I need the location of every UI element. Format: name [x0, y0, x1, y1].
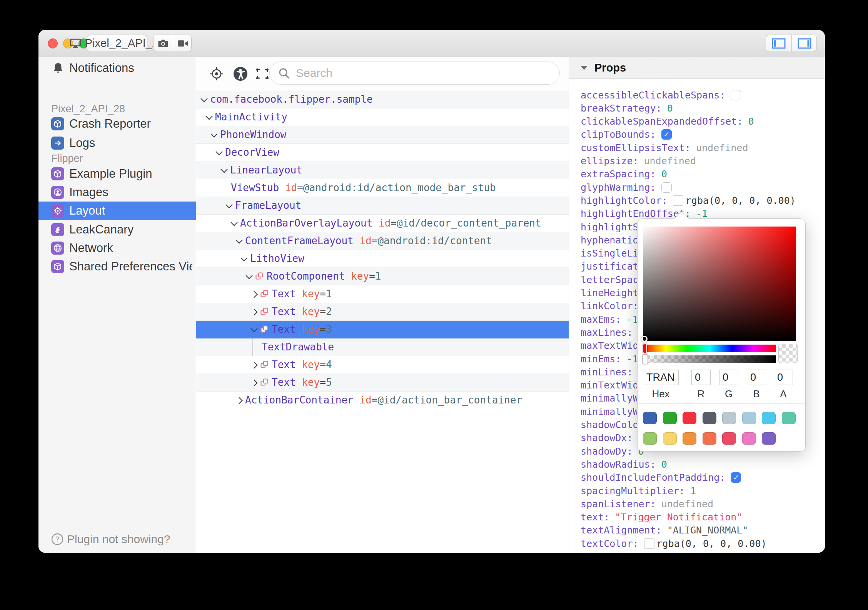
props-section-header[interactable]: Props: [569, 57, 825, 79]
tree-row-decorview[interactable]: DecorView: [196, 144, 569, 162]
tree-row-linearlayout[interactable]: LinearLayout: [196, 162, 569, 179]
plugin-help-link[interactable]: ? Plugin not showing?: [38, 530, 196, 548]
preset-color-swatch[interactable]: [742, 432, 756, 445]
tree-row-text[interactable]: Text key=1: [196, 285, 569, 303]
chevron-collapsed-icon[interactable]: [250, 379, 257, 386]
device-selector-button[interactable]: Pixel_2_API_28: [87, 35, 147, 52]
tree-row-text[interactable]: Text key=5: [196, 374, 569, 392]
sidebar-item-example-plugin[interactable]: Example Plugin: [38, 165, 196, 183]
chevron-collapsed-icon[interactable]: [235, 397, 242, 404]
color-swatch-button[interactable]: [644, 538, 654, 549]
prop-value-string[interactable]: "Trigger Notification": [615, 512, 742, 523]
tree-row-lithoview[interactable]: LithoView: [196, 250, 569, 268]
preset-color-swatch[interactable]: [722, 432, 736, 445]
checkbox-unchecked[interactable]: [661, 182, 672, 193]
alpha-input[interactable]: [774, 370, 793, 385]
hue-slider[interactable]: [643, 345, 776, 352]
preset-color-swatch[interactable]: [762, 432, 776, 445]
sidebar-item-crash-reporter[interactable]: Crash Reporter: [38, 115, 196, 133]
tree-row-com-facebook-flipper-sample[interactable]: com.facebook.flipper.sample: [196, 91, 569, 108]
chevron-collapsed-icon[interactable]: [250, 362, 257, 368]
prop-value-string[interactable]: "ALIGN_NORMAL": [667, 525, 748, 536]
hue-slider-handle[interactable]: [643, 343, 647, 353]
prop-value-number[interactable]: 0: [667, 103, 673, 114]
chevron-collapsed-icon[interactable]: [250, 308, 257, 315]
tree-row-text[interactable]: Text key=4: [196, 356, 569, 374]
preset-color-swatch[interactable]: [643, 432, 657, 445]
tree-row-textdrawable[interactable]: TextDrawable: [196, 338, 569, 356]
prop-value-number[interactable]: 1: [690, 485, 696, 497]
target-mode-button[interactable]: [209, 67, 224, 81]
sidebar-item-layout[interactable]: Layout: [38, 202, 196, 220]
chevron-expanded-icon[interactable]: [230, 219, 237, 226]
preset-color-swatch[interactable]: [683, 412, 696, 424]
tree-row-contentframelayout[interactable]: ContentFrameLayout id=@android:id/conten…: [196, 232, 569, 250]
expand-frame-button[interactable]: [255, 67, 270, 81]
chevron-expanded-icon[interactable]: [200, 95, 207, 102]
preset-color-swatch[interactable]: [762, 412, 776, 424]
prop-value-number[interactable]: 0: [748, 116, 754, 127]
tree-row-mainactivity[interactable]: MainActivity: [196, 108, 569, 126]
prop-value-number[interactable]: -1: [626, 353, 638, 365]
prop-value-number[interactable]: -1: [626, 314, 638, 325]
preset-color-swatch[interactable]: [683, 432, 696, 445]
sidebar-item-network[interactable]: Network: [38, 239, 196, 257]
sidebar-item-notifications[interactable]: Notifications: [38, 59, 196, 77]
close-button[interactable]: [48, 38, 58, 48]
color-cursor[interactable]: [641, 336, 648, 342]
sidebar-item-images[interactable]: Images: [38, 183, 196, 202]
tree-row-text[interactable]: Text key=2: [196, 303, 569, 321]
hex-input[interactable]: [643, 370, 679, 385]
blue-input[interactable]: [747, 370, 766, 385]
preset-color-swatch[interactable]: [722, 412, 736, 424]
alpha-slider[interactable]: [643, 355, 776, 363]
sidebar-item-shared-preferences-viewer[interactable]: Shared Preferences Viewer: [38, 257, 196, 276]
prop-value-rgba[interactable]: rgba(0, 0, 0, 0.00): [657, 538, 767, 549]
chevron-expanded-icon[interactable]: [205, 113, 212, 120]
preset-color-swatch[interactable]: [643, 412, 657, 424]
tree-row-phonewindow[interactable]: PhoneWindow: [196, 126, 569, 144]
tree-row-viewstub[interactable]: ViewStub id=@android:id/action_mode_bar_…: [196, 179, 569, 197]
accessibility-mode-button[interactable]: [233, 67, 248, 81]
chevron-expanded-icon[interactable]: [250, 325, 257, 332]
tree-row-rootcomponent[interactable]: RootComponent key=1: [196, 268, 569, 285]
preset-color-swatch[interactable]: [742, 412, 756, 424]
prop-value-number[interactable]: 0: [661, 459, 667, 470]
checkbox-checked[interactable]: ✓: [661, 129, 672, 140]
chevron-expanded-icon[interactable]: [225, 201, 232, 208]
prop-value-rgba[interactable]: rgba(0, 0, 0, 0.00): [686, 195, 796, 206]
tree-row-actionbaroverlaylayout[interactable]: ActionBarOverlayLayout id=@id/decor_cont…: [196, 215, 569, 232]
tree-row-framelayout[interactable]: FrameLayout: [196, 197, 569, 215]
saturation-value-area[interactable]: [643, 227, 796, 341]
toggle-right-panel-button[interactable]: [791, 35, 817, 52]
preset-color-swatch[interactable]: [703, 412, 716, 424]
chevron-expanded-icon[interactable]: [210, 130, 217, 137]
screen-record-button[interactable]: [173, 35, 192, 52]
checkbox-unchecked[interactable]: [731, 90, 741, 100]
red-input[interactable]: [691, 370, 711, 385]
preset-color-swatch[interactable]: [663, 412, 677, 424]
tree-row-text[interactable]: Text key=3: [196, 321, 569, 338]
prop-name: breakStrategy:: [581, 103, 662, 114]
toggle-left-panel-button[interactable]: [766, 35, 791, 52]
preset-color-swatch[interactable]: [663, 432, 677, 445]
alpha-slider-handle[interactable]: [643, 354, 648, 364]
tree-row-actionbarcontainer[interactable]: ActionBarContainer id=@id/action_bar_con…: [196, 392, 569, 409]
preset-color-swatch[interactable]: [782, 412, 796, 424]
sidebar-item-leakcanary[interactable]: LeakCanary: [38, 220, 196, 239]
green-input[interactable]: [719, 370, 738, 385]
search-input[interactable]: [295, 66, 543, 80]
chevron-expanded-icon[interactable]: [235, 237, 242, 243]
chevron-expanded-icon[interactable]: [215, 148, 222, 155]
checkbox-checked[interactable]: ✓: [731, 472, 741, 483]
chevron-collapsed-icon[interactable]: [250, 291, 257, 298]
chevron-expanded-icon[interactable]: [220, 166, 227, 173]
sidebar-item-logs[interactable]: Logs: [38, 134, 196, 152]
prop-value-number[interactable]: -1: [696, 208, 708, 219]
chevron-expanded-icon[interactable]: [245, 272, 252, 279]
color-swatch-button[interactable]: [673, 195, 683, 206]
screenshot-button[interactable]: [154, 35, 173, 52]
prop-value-number[interactable]: 0: [661, 168, 667, 180]
preset-color-swatch[interactable]: [703, 432, 716, 445]
chevron-expanded-icon[interactable]: [240, 254, 247, 261]
